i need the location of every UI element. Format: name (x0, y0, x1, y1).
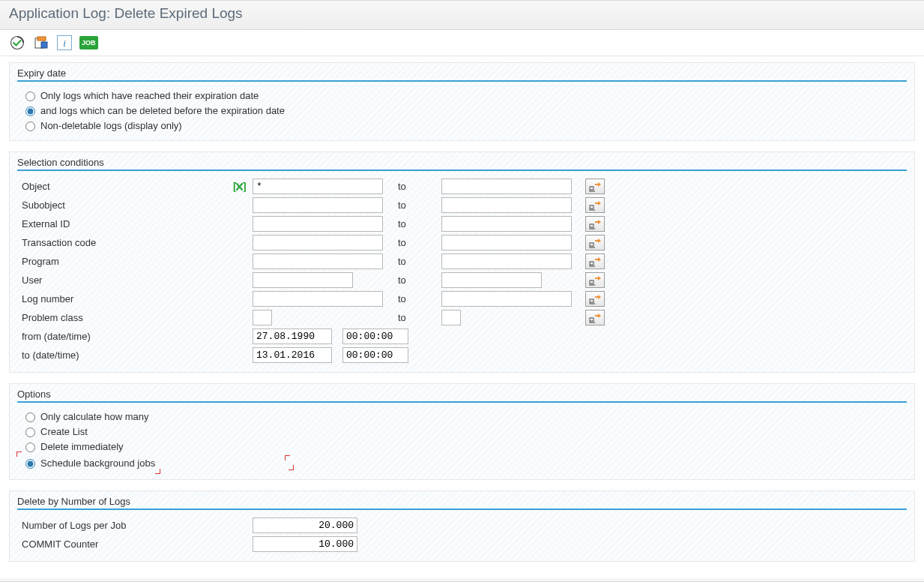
group-title-deleteby: Delete by Number of Logs (17, 496, 907, 510)
to-label: to (383, 274, 441, 286)
program-to-input[interactable] (441, 254, 572, 269)
to-date-input[interactable] (253, 347, 332, 363)
radio-expired-only[interactable]: Only logs which have reached their expir… (22, 88, 907, 103)
title-bar: Application Log: Delete Expired Logs (0, 1, 924, 30)
to-label: to (383, 218, 441, 230)
radio-label: Non-deletable logs (display only) (40, 120, 182, 131)
user-from-input[interactable] (253, 272, 353, 288)
user-to-input[interactable] (441, 272, 542, 288)
label-tcode: Transaction code (22, 237, 96, 248)
tcode-to-input[interactable] (441, 235, 572, 250)
label-external-id: External ID (22, 218, 70, 230)
row-subobject: Subobject to (22, 196, 907, 214)
radio-label: Schedule background jobs (40, 458, 155, 469)
svg-rect-3 (41, 42, 47, 48)
row-external-id: External ID to (22, 214, 907, 233)
focus-marker-icon (287, 458, 292, 468)
svg-text:]: ] (243, 182, 247, 192)
to-time-input[interactable] (342, 347, 408, 363)
radio-calculate-only[interactable]: Only calculate how many (22, 409, 907, 424)
radio-input[interactable] (25, 106, 35, 116)
row-lognumber: Log number to (22, 290, 907, 308)
to-label: to (383, 237, 441, 248)
lognum-to-input[interactable] (441, 291, 572, 307)
to-label: to (383, 200, 441, 211)
subobject-from-input[interactable] (253, 197, 383, 213)
label-logs-per-job: Number of Logs per Job (22, 520, 126, 531)
radio-input[interactable] (25, 428, 35, 437)
probclass-from-input[interactable] (253, 310, 272, 326)
radio-label: Only calculate how many (40, 411, 149, 422)
label-problem-class: Problem class (22, 312, 83, 323)
to-label: to (383, 181, 441, 192)
from-time-input[interactable] (342, 328, 408, 344)
to-label: to (383, 293, 441, 304)
row-logs-per-job: Number of Logs per Job (22, 516, 907, 535)
svg-text:i: i (63, 38, 66, 48)
subobject-to-input[interactable] (441, 197, 572, 213)
job-button[interactable]: JOB (79, 36, 98, 50)
variant-icon[interactable] (33, 34, 49, 51)
radio-input[interactable] (25, 92, 35, 101)
radio-deletable-before[interactable]: and logs which can be deleted before the… (22, 103, 907, 118)
info-icon[interactable]: i (57, 35, 72, 50)
program-from-input[interactable] (253, 254, 383, 269)
row-user: User to (22, 271, 907, 290)
group-title-expiry: Expiry date (17, 68, 907, 82)
multiple-selection-button[interactable] (585, 197, 605, 213)
multiple-selection-button[interactable] (585, 254, 605, 269)
label-program: Program (22, 256, 59, 267)
probclass-to-input[interactable] (441, 310, 461, 326)
externalid-to-input[interactable] (441, 216, 572, 232)
multiple-selection-button[interactable] (585, 291, 605, 307)
row-program: Program to (22, 252, 907, 271)
row-to-datetime: to (date/time) (22, 346, 907, 364)
radio-input[interactable] (25, 122, 35, 131)
toolbar: i JOB (0, 30, 924, 56)
to-label: to (383, 256, 441, 267)
object-to-input[interactable] (441, 178, 572, 194)
radio-label: and logs which can be deleted before the… (40, 105, 285, 116)
radio-input[interactable] (25, 459, 35, 469)
radio-create-list[interactable]: Create List (22, 424, 907, 439)
lognum-from-input[interactable] (253, 291, 383, 307)
multiple-selection-button[interactable] (585, 235, 605, 250)
externalid-from-input[interactable] (253, 216, 383, 232)
svg-rect-2 (37, 37, 46, 40)
row-problem-class: Problem class to (22, 308, 907, 327)
page-title: Application Log: Delete Expired Logs (9, 5, 243, 21)
group-selection-conditions: Selection conditions Object [ ] (9, 152, 915, 373)
from-date-input[interactable] (253, 328, 332, 344)
label-object: Object (22, 181, 50, 192)
multiple-selection-button[interactable] (585, 216, 605, 232)
tcode-from-input[interactable] (253, 235, 383, 250)
row-tcode: Transaction code to (22, 233, 907, 252)
label-from-dt: from (date/time) (22, 331, 91, 342)
group-title-selection: Selection conditions (17, 157, 907, 171)
multiple-selection-button[interactable] (585, 310, 605, 326)
radio-nondeletable[interactable]: Non-deletable logs (display only) (22, 118, 907, 133)
label-commit-counter: COMMIT Counter (22, 538, 98, 550)
radio-input[interactable] (25, 442, 35, 452)
radio-schedule-background[interactable]: Schedule background jobs (22, 455, 155, 470)
radio-input[interactable] (25, 412, 35, 422)
logs-per-job-input[interactable] (253, 518, 357, 533)
label-user: User (22, 274, 42, 286)
object-from-input[interactable] (253, 178, 383, 194)
svg-text:[: [ (233, 182, 237, 192)
group-title-options: Options (17, 388, 907, 403)
to-label: to (383, 312, 441, 323)
multiple-selection-button[interactable] (585, 178, 605, 194)
exclude-icon[interactable]: [ ] (233, 182, 247, 192)
label-lognumber: Log number (22, 293, 73, 304)
row-commit-counter: COMMIT Counter (22, 535, 907, 554)
group-delete-by-number: Delete by Number of Logs Number of Logs … (9, 490, 915, 562)
label-to-dt: to (date/time) (22, 350, 79, 361)
commit-counter-input[interactable] (253, 536, 357, 552)
radio-delete-immediately[interactable]: Delete immediately (22, 439, 907, 454)
execute-icon[interactable] (9, 34, 25, 51)
multiple-selection-button[interactable] (585, 272, 605, 288)
group-expiry-date: Expiry date Only logs which have reached… (9, 62, 915, 141)
row-object: Object [ ] to (22, 177, 907, 196)
radio-label: Delete immediately (40, 441, 124, 452)
